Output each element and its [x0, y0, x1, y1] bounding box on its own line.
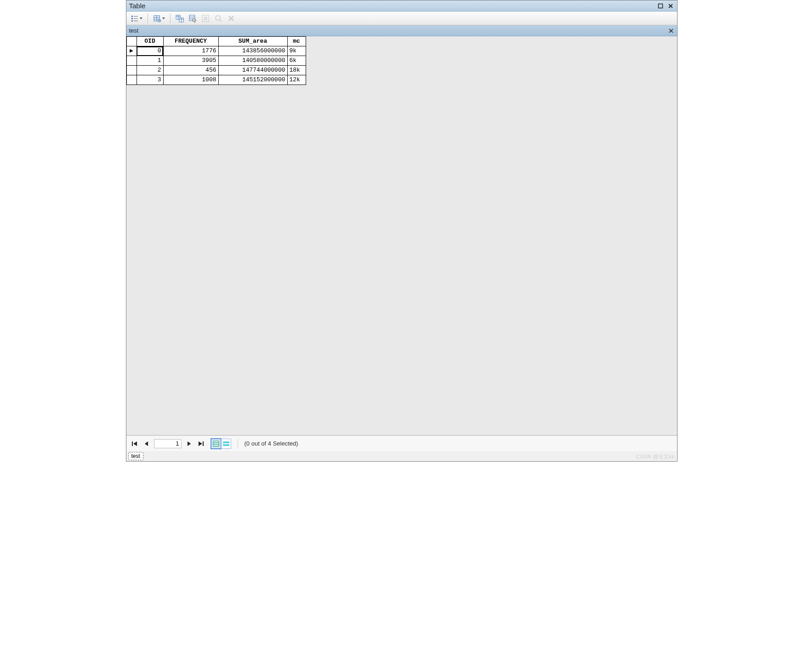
select-by-attributes-button[interactable] [187, 13, 198, 24]
record-number-input[interactable] [154, 439, 182, 448]
column-header-frequency[interactable]: FREQUENCY [163, 37, 218, 46]
switch-selection-icon [201, 14, 210, 23]
cell-oid[interactable]: 3 [137, 75, 163, 85]
table-window: Table [126, 0, 678, 462]
titlebar: Table [126, 0, 677, 11]
svg-rect-26 [204, 17, 207, 20]
cell-sum-area[interactable]: 140580000000 [218, 56, 287, 66]
previous-icon [144, 441, 149, 446]
svg-rect-42 [223, 441, 229, 443]
column-header-oid[interactable]: OID [137, 37, 163, 46]
svg-rect-43 [223, 444, 229, 446]
clear-selection-icon [228, 15, 235, 22]
list-by-source-button[interactable] [129, 13, 144, 24]
show-all-icon [212, 440, 220, 447]
cell-oid[interactable]: 0 [137, 46, 163, 56]
table-row[interactable]: 3100814515200000012k [126, 75, 306, 85]
cell-frequency[interactable]: 1008 [163, 75, 218, 85]
next-record-button[interactable] [184, 439, 194, 448]
data-grid[interactable]: OID FREQUENCY SUM_area mc ▶0177614385600… [126, 36, 306, 85]
cell-oid[interactable]: 2 [137, 66, 163, 75]
maximize-icon [658, 3, 663, 9]
toolbar-separator [170, 13, 171, 23]
svg-marker-36 [188, 441, 191, 446]
tabs-row: test [126, 451, 677, 461]
svg-rect-39 [213, 441, 219, 446]
first-record-button[interactable] [130, 439, 139, 448]
maximize-button[interactable] [657, 2, 664, 10]
titlebar-controls [657, 2, 674, 10]
row-selector[interactable] [126, 56, 137, 66]
header-row: OID FREQUENCY SUM_area mc [126, 37, 306, 46]
table-viewport[interactable]: OID FREQUENCY SUM_area mc ▶0177614385600… [126, 36, 677, 435]
tab-test[interactable]: test [128, 452, 143, 460]
chevron-down-icon [162, 17, 165, 19]
pager-bar: (0 out of 4 Selected) [126, 435, 677, 451]
last-icon [198, 440, 204, 447]
show-selected-icon [222, 441, 230, 446]
zoom-selected-button[interactable] [213, 13, 224, 24]
cell-mc[interactable]: 12k [287, 75, 306, 85]
table-subheader: test [126, 25, 677, 36]
select-by-attributes-icon [188, 14, 197, 23]
column-header-mc[interactable]: mc [287, 37, 306, 46]
svg-rect-0 [658, 4, 662, 8]
next-icon [186, 441, 192, 446]
selection-count-text: (0 out of 4 Selected) [245, 440, 298, 447]
svg-line-28 [220, 20, 222, 22]
cell-oid[interactable]: 1 [137, 56, 163, 66]
cell-frequency[interactable]: 456 [163, 66, 218, 75]
svg-point-27 [216, 16, 220, 20]
cell-sum-area[interactable]: 145152000000 [218, 75, 287, 85]
svg-rect-5 [131, 20, 133, 22]
table-options-icon [153, 14, 161, 23]
switch-selection-button[interactable] [200, 13, 211, 24]
table-row[interactable]: 139051405800000006k [126, 56, 306, 66]
subheader-close-button[interactable] [668, 28, 674, 34]
svg-marker-35 [145, 441, 148, 446]
row-selector-header[interactable] [126, 37, 137, 46]
show-all-records-button[interactable] [211, 439, 221, 449]
cell-frequency[interactable]: 3905 [163, 56, 218, 66]
list-icon [131, 14, 139, 23]
last-record-button[interactable] [196, 439, 205, 448]
view-toggle [211, 439, 231, 449]
row-selector[interactable]: ▶ [126, 46, 137, 56]
show-selected-records-button[interactable] [221, 439, 231, 449]
chevron-down-icon [140, 17, 142, 19]
toolbar-separator [148, 13, 148, 23]
svg-rect-3 [131, 16, 133, 17]
subheader-title: test [129, 27, 139, 34]
row-selector[interactable] [126, 66, 137, 75]
window-title: Table [129, 2, 146, 10]
cell-mc[interactable]: 9k [287, 46, 306, 56]
clear-selection-button[interactable] [226, 13, 237, 24]
svg-rect-4 [131, 18, 133, 19]
svg-marker-37 [199, 441, 202, 446]
cell-sum-area[interactable]: 143856000000 [218, 46, 287, 56]
table-options-button[interactable] [152, 13, 166, 24]
previous-record-button[interactable] [142, 439, 151, 448]
svg-marker-34 [133, 441, 137, 446]
related-tables-icon [176, 14, 184, 23]
table-row[interactable]: 245614774400000018k [126, 66, 306, 75]
close-button[interactable] [667, 2, 674, 10]
svg-rect-33 [132, 441, 133, 446]
column-header-sum-area[interactable]: SUM_area [218, 37, 287, 46]
separator [238, 439, 238, 448]
row-selector[interactable] [126, 75, 137, 85]
related-tables-button[interactable] [174, 13, 185, 24]
close-icon [669, 28, 673, 33]
cell-frequency[interactable]: 1776 [163, 46, 218, 56]
zoom-selected-icon [214, 14, 222, 23]
close-icon [668, 3, 673, 9]
toolbar [126, 11, 677, 25]
cell-sum-area[interactable]: 147744000000 [218, 66, 287, 75]
table-row[interactable]: ▶017761438560000009k [126, 46, 306, 56]
tab-label: test [131, 453, 140, 459]
svg-rect-38 [203, 441, 204, 446]
first-icon [131, 440, 138, 447]
cell-mc[interactable]: 18k [287, 66, 306, 75]
cell-mc[interactable]: 6k [287, 56, 306, 66]
